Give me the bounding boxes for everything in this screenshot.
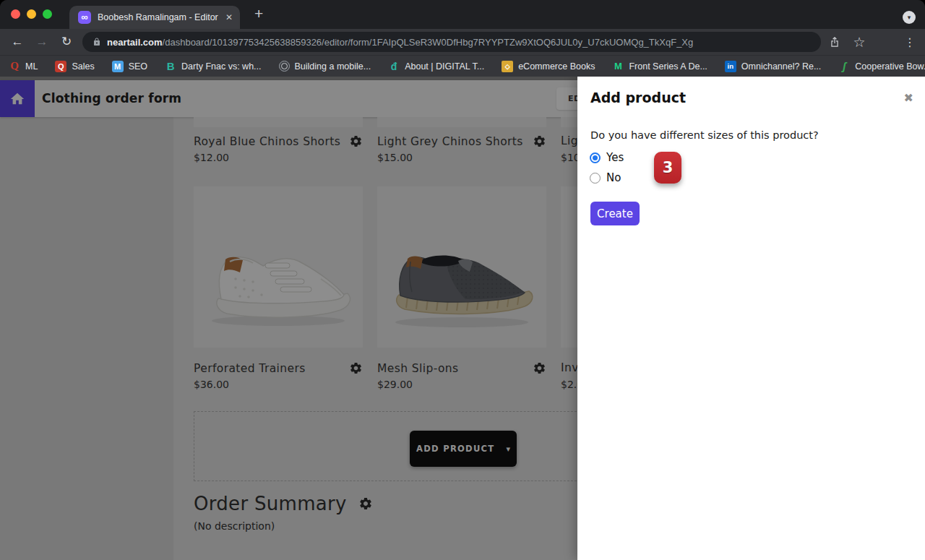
bookmark-sales[interactable]: QSales (55, 61, 94, 72)
radio-yes[interactable] (590, 152, 601, 163)
window-minimize-button[interactable] (27, 9, 36, 19)
tab-search-button[interactable]: ▾ (903, 11, 916, 24)
bookmark-ml[interactable]: QML (9, 61, 38, 72)
address-bar[interactable]: neartail.com/dashboard/10139775342563885… (82, 32, 821, 52)
forward-button[interactable]: → (33, 29, 51, 55)
neartail-favicon-icon: ∞ (78, 11, 91, 24)
quora-icon: Q (9, 61, 20, 72)
browser-menu-button[interactable]: ⋮ (900, 29, 919, 55)
browser-window: ∞ Boobesh Ramalingam - Editor ✕ + ▾ ← → … (0, 0, 925, 560)
teal-b-icon: B (165, 61, 176, 72)
dark-circle-icon (279, 61, 290, 72)
traffic-lights (11, 9, 52, 19)
panel-close-icon[interactable]: ✖ (904, 91, 913, 105)
radio-no[interactable] (590, 173, 601, 184)
browser-toolbar: ← → ↻ neartail.com/dashboard/10139775342… (0, 29, 925, 55)
bookmark-ecommerce-books[interactable]: ◇eCommerce Books (502, 61, 595, 72)
panel-title: Add product (590, 90, 686, 105)
radio-yes-label: Yes (606, 151, 624, 164)
tab-close-icon[interactable]: ✕ (225, 12, 233, 22)
green-m-icon: M (612, 61, 624, 72)
window-close-button[interactable] (11, 9, 20, 19)
step-badge: 3 (654, 152, 681, 184)
linkedin-icon: in (725, 61, 736, 72)
window-zoom-button[interactable] (43, 9, 52, 19)
new-tab-button[interactable]: + (254, 5, 263, 22)
bookmarks-bar: QML QSales MSEO BDarty Fnac vs: wh... Bu… (0, 55, 925, 77)
reload-button[interactable]: ↻ (58, 29, 75, 55)
url-text: neartail.com/dashboard/10139775342563885… (107, 37, 693, 48)
sizes-question-label: Do you have different sizes of this prod… (590, 129, 819, 141)
add-product-panel: Add product ✖ Do you have different size… (577, 77, 925, 560)
bookmark-cooperative[interactable]: ʃCooperative Bow... (838, 61, 925, 72)
quora-square-icon: Q (55, 61, 66, 72)
tab-strip: ∞ Boobesh Ramalingam - Editor ✕ + ▾ (0, 0, 925, 29)
bookmark-about-digital[interactable]: đAbout | DIGITAL T... (388, 61, 484, 72)
share-icon (829, 35, 840, 48)
option-no[interactable]: No (590, 171, 621, 184)
m-square-icon: M (112, 61, 124, 72)
radio-no-label: No (606, 171, 621, 184)
tab-title: Boobesh Ramalingam - Editor (98, 12, 220, 22)
browser-tab[interactable]: ∞ Boobesh Ramalingam - Editor ✕ (69, 6, 240, 29)
create-button[interactable]: Create (590, 202, 640, 225)
gold-diamond-icon: ◇ (502, 61, 513, 72)
green-squiggle-icon: ʃ (838, 61, 850, 72)
teal-d-icon: đ (388, 61, 400, 72)
bookmark-star-button[interactable]: ☆ (850, 29, 869, 55)
share-button[interactable] (825, 29, 844, 55)
bookmark-darty[interactable]: BDarty Fnac vs: wh... (165, 61, 261, 72)
bookmark-building[interactable]: Building a mobile... (279, 61, 371, 72)
lock-icon (92, 37, 101, 47)
bookmark-front-series[interactable]: MFront Series A De... (612, 61, 707, 72)
page-viewport: Clothing order form ED Royal Blue Chinos… (0, 77, 925, 560)
bookmark-omnichannel[interactable]: inOmnichannel? Re... (725, 61, 821, 72)
option-yes[interactable]: Yes (590, 151, 624, 164)
bookmark-seo[interactable]: MSEO (112, 61, 147, 72)
back-button[interactable]: ← (9, 29, 26, 55)
